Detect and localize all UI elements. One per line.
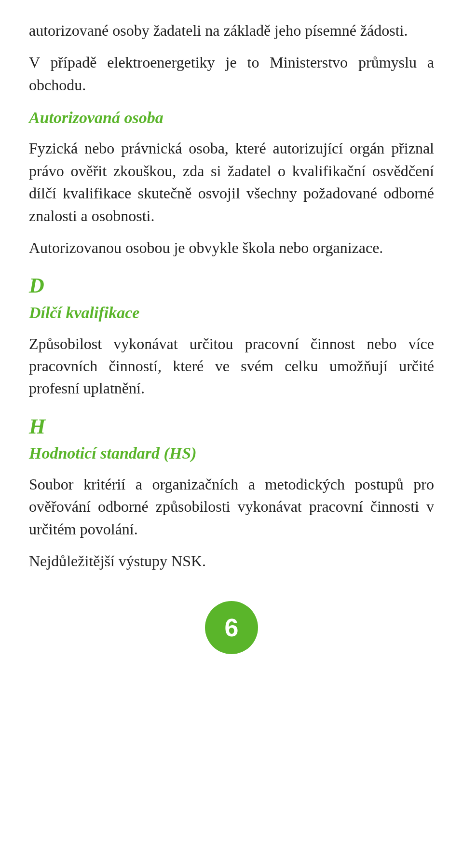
autorizovana-osoba-heading: Autorizovaná osoba <box>29 106 434 129</box>
section-h-body: Soubor kritérií a organizačních a metodi… <box>29 473 434 540</box>
autorizovana-osoba-body2: Autorizovanou osobou je obvykle škola ne… <box>29 237 434 259</box>
section-h-note: Nejdůležitější výstupy NSK. <box>29 550 434 572</box>
section-d-title: Dílčí kvalifikace <box>29 301 434 324</box>
paragraph-2: V případě elektroenergetiky je to Minist… <box>29 51 434 96</box>
section-h-title: Hodnoticí standard (HS) <box>29 441 434 465</box>
paragraph-1: autorizované osoby žadateli na základě j… <box>29 19 434 42</box>
section-d-body: Způsobilost vykonávat určitou pracovní č… <box>29 333 434 400</box>
section-h-letter: H <box>29 414 434 440</box>
section-d-letter: D <box>29 273 434 299</box>
page-number: 6 <box>205 601 258 654</box>
autorizovana-osoba-body: Fyzická nebo právnická osoba, které auto… <box>29 137 434 227</box>
